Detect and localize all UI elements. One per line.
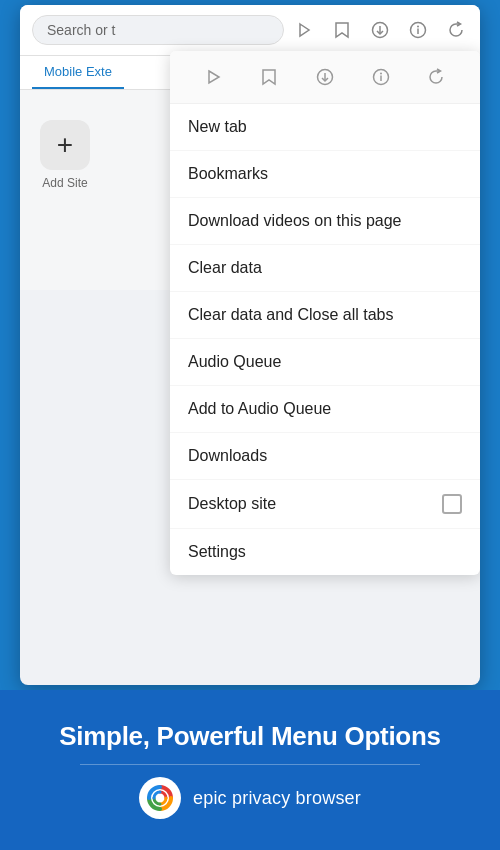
tagline: Simple, Powerful Menu Options: [59, 721, 440, 752]
menu-item-new-tab[interactable]: New tab: [170, 104, 480, 151]
menu-item-clear-data[interactable]: Clear data: [170, 245, 480, 292]
desktop-site-checkbox[interactable]: [442, 494, 462, 514]
menu-item-label: Download videos on this page: [188, 212, 401, 230]
dropdown-top-icons: [170, 51, 480, 104]
bookmark-icon[interactable]: [330, 18, 354, 42]
add-site-button[interactable]: + Add Site: [40, 120, 90, 190]
add-site-label: Add Site: [42, 176, 87, 190]
menu-item-audio-queue[interactable]: Audio Queue: [170, 339, 480, 386]
add-site-plus: +: [40, 120, 90, 170]
browser-window: Search or t: [20, 5, 480, 685]
menu-bookmark-icon[interactable]: [253, 61, 285, 93]
svg-marker-6: [209, 71, 219, 83]
brand-row: epic privacy browser: [139, 777, 361, 819]
menu-info-icon[interactable]: [365, 61, 397, 93]
active-tab[interactable]: Mobile Exte: [32, 56, 124, 89]
menu-item-label: Bookmarks: [188, 165, 268, 183]
menu-item-label: Audio Queue: [188, 353, 281, 371]
menu-item-label: Desktop site: [188, 495, 276, 513]
menu-item-label: Clear data and Close all tabs: [188, 306, 393, 324]
divider: [80, 764, 420, 765]
bottom-section: Simple, Powerful Menu Options epic priva…: [0, 690, 500, 850]
info-icon[interactable]: [406, 18, 430, 42]
browser-toolbar: Search or t: [20, 5, 480, 56]
svg-point-12: [139, 777, 181, 819]
menu-item-download-videos[interactable]: Download videos on this page: [170, 198, 480, 245]
menu-item-add-audio-queue[interactable]: Add to Audio Queue: [170, 386, 480, 433]
menu-item-label: Add to Audio Queue: [188, 400, 331, 418]
menu-item-label: Clear data: [188, 259, 262, 277]
toolbar-icons: [292, 18, 468, 42]
svg-point-5: [417, 26, 419, 28]
browser-area: Search or t: [0, 0, 500, 690]
menu-item-label: Downloads: [188, 447, 267, 465]
menu-download-circle-icon[interactable]: [309, 61, 341, 93]
svg-point-11: [380, 73, 382, 75]
menu-item-label: New tab: [188, 118, 247, 136]
menu-play-icon[interactable]: [198, 61, 230, 93]
menu-refresh-icon[interactable]: [420, 61, 452, 93]
download-icon[interactable]: [368, 18, 392, 42]
dropdown-menu: New tab Bookmarks Download videos on thi…: [170, 51, 480, 575]
menu-item-desktop-site[interactable]: Desktop site: [170, 480, 480, 529]
refresh-icon[interactable]: [444, 18, 468, 42]
menu-item-downloads[interactable]: Downloads: [170, 433, 480, 480]
menu-item-settings[interactable]: Settings: [170, 529, 480, 575]
menu-item-clear-data-close-tabs[interactable]: Clear data and Close all tabs: [170, 292, 480, 339]
search-bar[interactable]: Search or t: [32, 15, 284, 45]
brand-name: epic privacy browser: [193, 788, 361, 809]
menu-item-bookmarks[interactable]: Bookmarks: [170, 151, 480, 198]
svg-marker-0: [300, 24, 309, 36]
menu-item-label: Settings: [188, 543, 246, 561]
brand-logo-icon: [139, 777, 181, 819]
play-icon[interactable]: [292, 18, 316, 42]
